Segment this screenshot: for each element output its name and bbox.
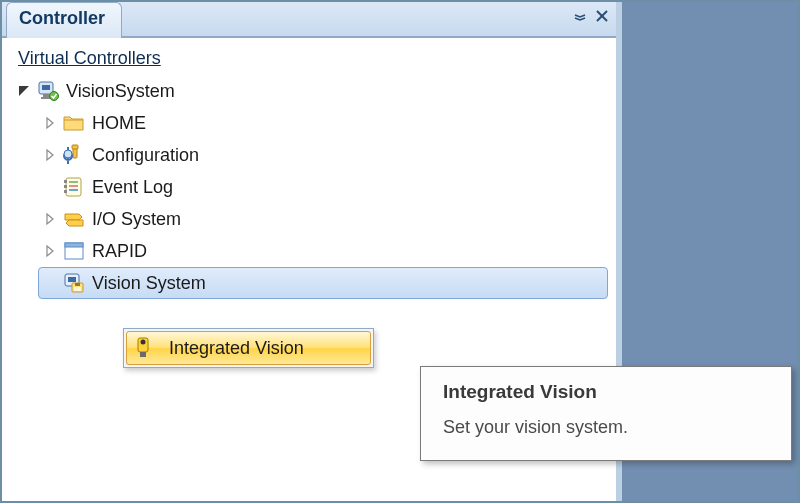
context-menu-label: Integrated Vision xyxy=(169,338,304,359)
tooltip: Integrated Vision Set your vision system… xyxy=(420,366,792,461)
svg-rect-27 xyxy=(75,283,80,286)
svg-marker-2 xyxy=(19,86,29,96)
svg-marker-21 xyxy=(47,246,53,256)
app-window: Controller Virtual Controllers xyxy=(0,0,800,503)
svg-point-30 xyxy=(141,340,146,345)
tree-item-visionsystem[interactable]: Vision System xyxy=(38,267,608,299)
tree-item-iosystem[interactable]: I/O System xyxy=(38,203,608,235)
context-menu: Integrated Vision xyxy=(123,328,374,368)
tree-label: Event Log xyxy=(92,177,173,198)
tree-item-eventlog[interactable]: Event Log xyxy=(38,171,608,203)
tree-item-visionsystem-root[interactable]: VisionSystem xyxy=(12,75,608,107)
svg-marker-20 xyxy=(47,214,53,224)
expand-icon[interactable] xyxy=(42,147,58,163)
svg-marker-9 xyxy=(47,150,53,160)
tree-label: VisionSystem xyxy=(66,81,175,102)
tree-label: Configuration xyxy=(92,145,199,166)
expand-icon[interactable] xyxy=(42,243,58,259)
tab-controller[interactable]: Controller xyxy=(6,2,122,38)
svg-rect-13 xyxy=(66,178,81,196)
svg-rect-28 xyxy=(74,287,81,291)
collapse-icon[interactable] xyxy=(16,83,32,99)
camera-icon xyxy=(133,337,155,359)
svg-rect-4 xyxy=(42,85,50,90)
svg-rect-11 xyxy=(72,145,78,149)
expand-icon[interactable] xyxy=(42,211,58,227)
log-icon xyxy=(62,175,86,199)
close-icon[interactable] xyxy=(596,9,608,25)
tree-label: Vision System xyxy=(92,273,206,294)
svg-rect-19 xyxy=(64,190,67,193)
tab-strip: Controller xyxy=(2,2,616,38)
tooltip-title: Integrated Vision xyxy=(443,381,773,403)
folder-icon xyxy=(62,111,86,135)
camera-save-icon xyxy=(62,271,86,295)
tree-label: RAPID xyxy=(92,241,147,262)
tab-label: Controller xyxy=(19,8,105,28)
tree-label: I/O System xyxy=(92,209,181,230)
svg-point-7 xyxy=(50,92,59,101)
tree-item-home[interactable]: HOME xyxy=(38,107,608,139)
svg-rect-18 xyxy=(64,185,67,188)
tree-label: HOME xyxy=(92,113,146,134)
svg-rect-23 xyxy=(65,243,83,247)
tab-tools xyxy=(574,9,608,25)
dropdown-icon[interactable] xyxy=(574,9,586,25)
window-icon xyxy=(62,239,86,263)
svg-rect-25 xyxy=(68,277,76,282)
tooltip-body: Set your vision system. xyxy=(443,417,773,438)
svg-rect-17 xyxy=(64,180,67,183)
tree-item-configuration[interactable]: Configuration xyxy=(38,139,608,171)
io-icon xyxy=(62,207,86,231)
expand-icon[interactable] xyxy=(42,115,58,131)
svg-rect-31 xyxy=(140,352,146,357)
svg-point-12 xyxy=(64,150,72,158)
controller-icon xyxy=(36,79,60,103)
svg-marker-8 xyxy=(47,118,53,128)
context-menu-item-integrated-vision[interactable]: Integrated Vision xyxy=(126,331,371,365)
svg-rect-5 xyxy=(43,94,49,97)
tree-root: VisionSystem HO xyxy=(12,75,608,299)
tree-item-rapid[interactable]: RAPID xyxy=(38,235,608,267)
tools-icon xyxy=(62,143,86,167)
section-title[interactable]: Virtual Controllers xyxy=(18,48,608,69)
